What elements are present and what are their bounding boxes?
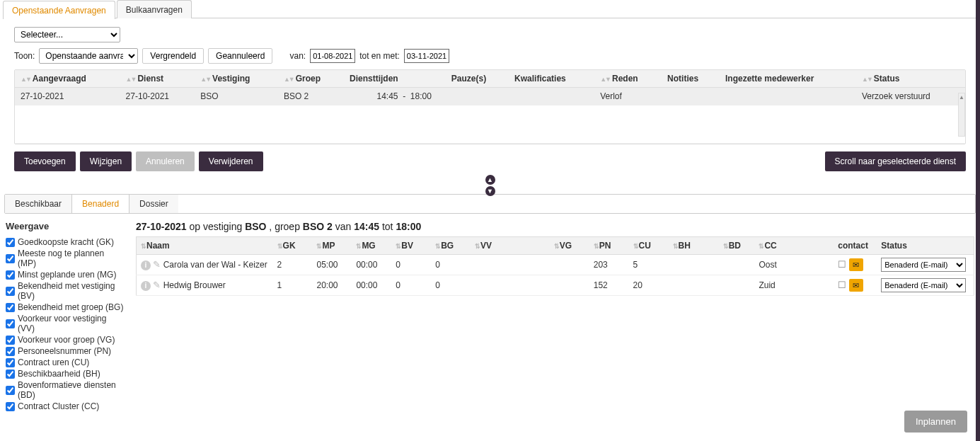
arrow-up-icon[interactable]: ▲ <box>485 175 495 185</box>
tab-benaderd[interactable]: Benaderd <box>72 195 129 213</box>
select-toon[interactable]: Openstaande aanvragen <box>39 48 138 64</box>
right-accent-bar <box>976 0 980 441</box>
cell-bv: 0 <box>391 275 431 296</box>
tab-beschikbaar[interactable]: Beschikbaar <box>5 195 72 213</box>
col-medewerker[interactable]: Ingezette medewerker <box>720 70 856 88</box>
weergave-item[interactable]: Minst geplande uren (MG) <box>6 270 125 280</box>
btn-verwijderen[interactable]: Verwijderen <box>199 151 263 171</box>
status-select[interactable]: Benaderd (E-mail) <box>881 278 966 292</box>
note-icon[interactable]: ✎ <box>153 280 161 290</box>
weergave-item[interactable]: Bekendheid met vestiging (BV) <box>6 281 125 301</box>
phone-icon[interactable]: ☐ <box>838 259 846 270</box>
weergave-item[interactable]: Contract uren (CU) <box>6 357 125 367</box>
col-kwalificaties[interactable]: Kwalificaties <box>509 70 594 88</box>
arrow-down-icon[interactable]: ▼ <box>485 186 495 196</box>
weergave-item[interactable]: Voorkeur voor vestiging (VV) <box>6 314 125 333</box>
weergave-checkbox[interactable] <box>6 270 15 280</box>
ecol-cu[interactable]: ⇅CU <box>629 237 669 255</box>
content-title: 27-10-2021 op vestiging BSO , groep BSO … <box>136 221 974 232</box>
ecol-vg[interactable]: ⇅VG <box>550 237 589 255</box>
ecol-bv[interactable]: ⇅BV <box>391 237 431 255</box>
cell-cu: 20 <box>629 275 669 296</box>
btn-geannuleerd[interactable]: Geannuleerd <box>208 48 272 64</box>
btn-scroll-to-dienst[interactable]: Scroll naar geselecteerde dienst <box>825 151 966 171</box>
info-icon[interactable]: i <box>141 260 151 270</box>
toon-label: Toon: <box>14 51 35 61</box>
weergave-checkbox[interactable] <box>6 370 15 379</box>
tab-dossier[interactable]: Dossier <box>129 195 178 213</box>
col-groep[interactable]: ▲▼Groep <box>278 70 344 88</box>
weergave-label: Personeelsnummer (PN) <box>18 346 111 356</box>
btn-wijzigen[interactable]: Wijzigen <box>80 151 132 171</box>
input-tot[interactable] <box>404 49 449 63</box>
btn-inplannen[interactable]: Inplannen <box>904 411 967 433</box>
cell-cc: Oost <box>754 255 834 275</box>
phone-icon[interactable]: ☐ <box>838 280 846 290</box>
employee-name: Hedwig Brouwer <box>163 280 226 290</box>
employee-row[interactable]: i ✎ Hedwig Brouwer120:0000:000015220Zuid… <box>137 275 974 296</box>
ecol-bg[interactable]: ⇅BG <box>431 237 471 255</box>
btn-annuleren[interactable]: Annuleren <box>136 151 195 171</box>
weergave-checkbox[interactable] <box>6 287 15 296</box>
cell-mp: 05:00 <box>312 255 352 275</box>
weergave-sidebar: Weergave Goedkoopste kracht (GK)Meeste n… <box>6 221 125 413</box>
col-aangevraagd[interactable]: ▲▼Aangevraagd <box>15 70 120 88</box>
weergave-item[interactable]: Meeste nog te plannen (MP) <box>6 248 125 268</box>
col-pauzes[interactable]: Pauze(s) <box>446 70 509 88</box>
ecol-cc[interactable]: ⇅CC <box>754 237 834 255</box>
weergave-checkbox[interactable] <box>6 358 15 367</box>
employee-row[interactable]: i ✎ Carola van der Wal - Keizer205:0000:… <box>137 255 974 275</box>
weergave-item[interactable]: Bovenformatieve diensten (BD) <box>6 380 125 400</box>
weergave-checkbox[interactable] <box>6 238 15 247</box>
tab-bulk[interactable]: Bulkaanvragen <box>117 0 192 18</box>
col-status[interactable]: ▲▼Status <box>856 70 965 88</box>
weergave-item[interactable]: Voorkeur voor groep (VG) <box>6 335 125 345</box>
ecol-vv[interactable]: ⇅VV <box>471 237 550 255</box>
weergave-checkbox[interactable] <box>6 254 15 263</box>
ecol-mg[interactable]: ⇅MG <box>352 237 391 255</box>
weergave-checkbox[interactable] <box>6 386 15 395</box>
weergave-title: Weergave <box>6 221 125 231</box>
weergave-label: Bovenformatieve diensten (BD) <box>18 380 125 400</box>
col-dienst[interactable]: ▲▼Dienst <box>120 70 195 88</box>
ecol-status: Status <box>877 237 974 255</box>
table-row[interactable]: 27-10-2021 27-10-2021 BSO BSO 2 14:45 - … <box>15 88 965 105</box>
btn-toevoegen[interactable]: Toevoegen <box>14 151 76 171</box>
weergave-item[interactable]: Contract Cluster (CC) <box>6 401 125 411</box>
weergave-checkbox[interactable] <box>6 347 15 356</box>
mail-icon[interactable]: ✉ <box>849 258 863 271</box>
weergave-item[interactable]: Personeelsnummer (PN) <box>6 346 125 356</box>
mail-icon[interactable]: ✉ <box>849 279 863 292</box>
ecol-mp[interactable]: ⇅MP <box>312 237 352 255</box>
col-vestiging[interactable]: ▲▼Vestiging <box>195 70 278 88</box>
weergave-label: Bekendheid met vestiging (BV) <box>18 281 125 301</box>
weergave-checkbox[interactable] <box>6 402 15 411</box>
input-van[interactable] <box>310 49 355 63</box>
table-scrollbar[interactable]: ▲ <box>958 93 965 137</box>
tab-openstaande[interactable]: Openstaande Aanvragen <box>3 1 115 19</box>
col-diensttijden[interactable]: Diensttijden <box>344 70 446 88</box>
btn-vergrendeld[interactable]: Vergrendeld <box>142 48 204 64</box>
ecol-gk[interactable]: ⇅GK <box>273 237 313 255</box>
ecol-pn[interactable]: ⇅PN <box>589 237 629 255</box>
weergave-item[interactable]: Bekendheid met groep (BG) <box>6 302 125 312</box>
cell-pn: 152 <box>589 275 629 296</box>
cell-bd <box>719 275 755 296</box>
weergave-checkbox[interactable] <box>6 319 15 328</box>
ecol-naam[interactable]: ⇅Naam <box>137 237 273 255</box>
weergave-checkbox[interactable] <box>6 336 15 345</box>
status-select[interactable]: Benaderd (E-mail) <box>881 258 966 272</box>
col-notities[interactable]: Notities <box>662 70 720 88</box>
weergave-label: Minst geplande uren (MG) <box>18 270 116 280</box>
weergave-checkbox[interactable] <box>6 303 15 312</box>
ecol-bh[interactable]: ⇅BH <box>669 237 719 255</box>
cell-cc: Zuid <box>754 275 834 296</box>
info-icon[interactable]: i <box>141 281 151 291</box>
weergave-item[interactable]: Goedkoopste kracht (GK) <box>6 237 125 247</box>
cell-pn: 203 <box>589 255 629 275</box>
weergave-item[interactable]: Beschikbaarheid (BH) <box>6 369 125 379</box>
col-reden[interactable]: ▲▼Reden <box>594 70 662 88</box>
select-selecteer[interactable]: Selecteer... <box>14 27 120 42</box>
note-icon[interactable]: ✎ <box>153 259 161 270</box>
ecol-bd[interactable]: ⇅BD <box>719 237 755 255</box>
